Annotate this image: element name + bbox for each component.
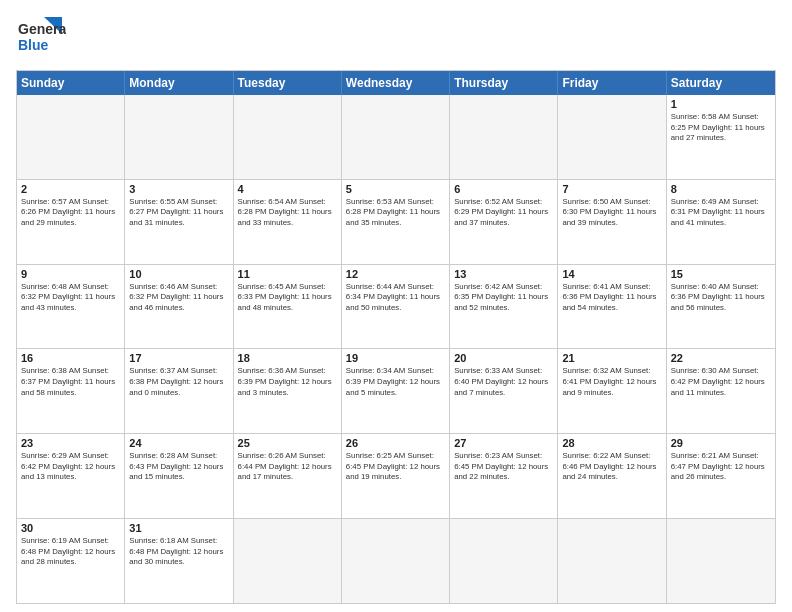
day-cell-empty	[667, 519, 775, 603]
day-cell-10: 10Sunrise: 6:46 AM Sunset: 6:32 PM Dayli…	[125, 265, 233, 349]
day-cell-26: 26Sunrise: 6:25 AM Sunset: 6:45 PM Dayli…	[342, 434, 450, 518]
day-cell-15: 15Sunrise: 6:40 AM Sunset: 6:36 PM Dayli…	[667, 265, 775, 349]
page: GeneralBlue SundayMondayTuesdayWednesday…	[0, 0, 792, 612]
day-number: 17	[129, 352, 228, 364]
day-cell-20: 20Sunrise: 6:33 AM Sunset: 6:40 PM Dayli…	[450, 349, 558, 433]
day-cell-empty	[125, 95, 233, 179]
day-info: Sunrise: 6:54 AM Sunset: 6:28 PM Dayligh…	[238, 197, 337, 229]
day-cell-13: 13Sunrise: 6:42 AM Sunset: 6:35 PM Dayli…	[450, 265, 558, 349]
calendar-header: SundayMondayTuesdayWednesdayThursdayFrid…	[17, 71, 775, 95]
day-info: Sunrise: 6:41 AM Sunset: 6:36 PM Dayligh…	[562, 282, 661, 314]
day-cell-3: 3Sunrise: 6:55 AM Sunset: 6:27 PM Daylig…	[125, 180, 233, 264]
day-number: 18	[238, 352, 337, 364]
day-cell-empty	[342, 95, 450, 179]
day-number: 19	[346, 352, 445, 364]
weekday-header-tuesday: Tuesday	[234, 71, 342, 95]
day-number: 2	[21, 183, 120, 195]
day-info: Sunrise: 6:21 AM Sunset: 6:47 PM Dayligh…	[671, 451, 771, 483]
weekday-header-sunday: Sunday	[17, 71, 125, 95]
day-number: 23	[21, 437, 120, 449]
day-number: 9	[21, 268, 120, 280]
day-number: 4	[238, 183, 337, 195]
day-info: Sunrise: 6:32 AM Sunset: 6:41 PM Dayligh…	[562, 366, 661, 398]
day-cell-21: 21Sunrise: 6:32 AM Sunset: 6:41 PM Dayli…	[558, 349, 666, 433]
day-number: 22	[671, 352, 771, 364]
day-number: 28	[562, 437, 661, 449]
day-info: Sunrise: 6:46 AM Sunset: 6:32 PM Dayligh…	[129, 282, 228, 314]
day-info: Sunrise: 6:23 AM Sunset: 6:45 PM Dayligh…	[454, 451, 553, 483]
day-cell-29: 29Sunrise: 6:21 AM Sunset: 6:47 PM Dayli…	[667, 434, 775, 518]
calendar-row-6: 30Sunrise: 6:19 AM Sunset: 6:48 PM Dayli…	[17, 518, 775, 603]
weekday-header-monday: Monday	[125, 71, 233, 95]
day-number: 5	[346, 183, 445, 195]
day-number: 24	[129, 437, 228, 449]
day-cell-empty	[558, 95, 666, 179]
day-number: 26	[346, 437, 445, 449]
day-info: Sunrise: 6:58 AM Sunset: 6:25 PM Dayligh…	[671, 112, 771, 144]
day-cell-7: 7Sunrise: 6:50 AM Sunset: 6:30 PM Daylig…	[558, 180, 666, 264]
day-number: 3	[129, 183, 228, 195]
day-cell-25: 25Sunrise: 6:26 AM Sunset: 6:44 PM Dayli…	[234, 434, 342, 518]
day-info: Sunrise: 6:49 AM Sunset: 6:31 PM Dayligh…	[671, 197, 771, 229]
calendar-row-3: 9Sunrise: 6:48 AM Sunset: 6:32 PM Daylig…	[17, 264, 775, 349]
day-cell-9: 9Sunrise: 6:48 AM Sunset: 6:32 PM Daylig…	[17, 265, 125, 349]
day-info: Sunrise: 6:42 AM Sunset: 6:35 PM Dayligh…	[454, 282, 553, 314]
day-number: 27	[454, 437, 553, 449]
day-number: 11	[238, 268, 337, 280]
logo-svg: GeneralBlue	[16, 12, 66, 62]
weekday-header-wednesday: Wednesday	[342, 71, 450, 95]
day-cell-1: 1Sunrise: 6:58 AM Sunset: 6:25 PM Daylig…	[667, 95, 775, 179]
day-info: Sunrise: 6:33 AM Sunset: 6:40 PM Dayligh…	[454, 366, 553, 398]
day-info: Sunrise: 6:55 AM Sunset: 6:27 PM Dayligh…	[129, 197, 228, 229]
day-info: Sunrise: 6:22 AM Sunset: 6:46 PM Dayligh…	[562, 451, 661, 483]
day-cell-23: 23Sunrise: 6:29 AM Sunset: 6:42 PM Dayli…	[17, 434, 125, 518]
day-number: 21	[562, 352, 661, 364]
day-info: Sunrise: 6:53 AM Sunset: 6:28 PM Dayligh…	[346, 197, 445, 229]
day-cell-empty	[234, 95, 342, 179]
day-number: 10	[129, 268, 228, 280]
day-cell-19: 19Sunrise: 6:34 AM Sunset: 6:39 PM Dayli…	[342, 349, 450, 433]
day-info: Sunrise: 6:40 AM Sunset: 6:36 PM Dayligh…	[671, 282, 771, 314]
logo: GeneralBlue	[16, 12, 66, 62]
calendar: SundayMondayTuesdayWednesdayThursdayFrid…	[16, 70, 776, 604]
calendar-row-4: 16Sunrise: 6:38 AM Sunset: 6:37 PM Dayli…	[17, 348, 775, 433]
day-number: 15	[671, 268, 771, 280]
day-info: Sunrise: 6:52 AM Sunset: 6:29 PM Dayligh…	[454, 197, 553, 229]
day-info: Sunrise: 6:26 AM Sunset: 6:44 PM Dayligh…	[238, 451, 337, 483]
day-cell-31: 31Sunrise: 6:18 AM Sunset: 6:48 PM Dayli…	[125, 519, 233, 603]
day-cell-empty	[234, 519, 342, 603]
day-cell-17: 17Sunrise: 6:37 AM Sunset: 6:38 PM Dayli…	[125, 349, 233, 433]
weekday-header-saturday: Saturday	[667, 71, 775, 95]
day-cell-28: 28Sunrise: 6:22 AM Sunset: 6:46 PM Dayli…	[558, 434, 666, 518]
day-cell-22: 22Sunrise: 6:30 AM Sunset: 6:42 PM Dayli…	[667, 349, 775, 433]
day-cell-2: 2Sunrise: 6:57 AM Sunset: 6:26 PM Daylig…	[17, 180, 125, 264]
day-cell-30: 30Sunrise: 6:19 AM Sunset: 6:48 PM Dayli…	[17, 519, 125, 603]
day-number: 25	[238, 437, 337, 449]
day-cell-empty	[17, 95, 125, 179]
svg-text:Blue: Blue	[18, 37, 49, 53]
day-info: Sunrise: 6:36 AM Sunset: 6:39 PM Dayligh…	[238, 366, 337, 398]
day-cell-empty	[342, 519, 450, 603]
day-number: 12	[346, 268, 445, 280]
day-info: Sunrise: 6:57 AM Sunset: 6:26 PM Dayligh…	[21, 197, 120, 229]
day-info: Sunrise: 6:34 AM Sunset: 6:39 PM Dayligh…	[346, 366, 445, 398]
day-number: 29	[671, 437, 771, 449]
day-cell-empty	[450, 95, 558, 179]
day-info: Sunrise: 6:45 AM Sunset: 6:33 PM Dayligh…	[238, 282, 337, 314]
day-cell-24: 24Sunrise: 6:28 AM Sunset: 6:43 PM Dayli…	[125, 434, 233, 518]
calendar-row-2: 2Sunrise: 6:57 AM Sunset: 6:26 PM Daylig…	[17, 179, 775, 264]
day-info: Sunrise: 6:19 AM Sunset: 6:48 PM Dayligh…	[21, 536, 120, 568]
day-number: 20	[454, 352, 553, 364]
day-cell-empty	[450, 519, 558, 603]
calendar-body: 1Sunrise: 6:58 AM Sunset: 6:25 PM Daylig…	[17, 95, 775, 603]
weekday-header-thursday: Thursday	[450, 71, 558, 95]
day-number: 1	[671, 98, 771, 110]
day-info: Sunrise: 6:28 AM Sunset: 6:43 PM Dayligh…	[129, 451, 228, 483]
calendar-row-5: 23Sunrise: 6:29 AM Sunset: 6:42 PM Dayli…	[17, 433, 775, 518]
day-info: Sunrise: 6:37 AM Sunset: 6:38 PM Dayligh…	[129, 366, 228, 398]
day-number: 8	[671, 183, 771, 195]
day-number: 31	[129, 522, 228, 534]
day-cell-6: 6Sunrise: 6:52 AM Sunset: 6:29 PM Daylig…	[450, 180, 558, 264]
day-info: Sunrise: 6:30 AM Sunset: 6:42 PM Dayligh…	[671, 366, 771, 398]
day-info: Sunrise: 6:50 AM Sunset: 6:30 PM Dayligh…	[562, 197, 661, 229]
